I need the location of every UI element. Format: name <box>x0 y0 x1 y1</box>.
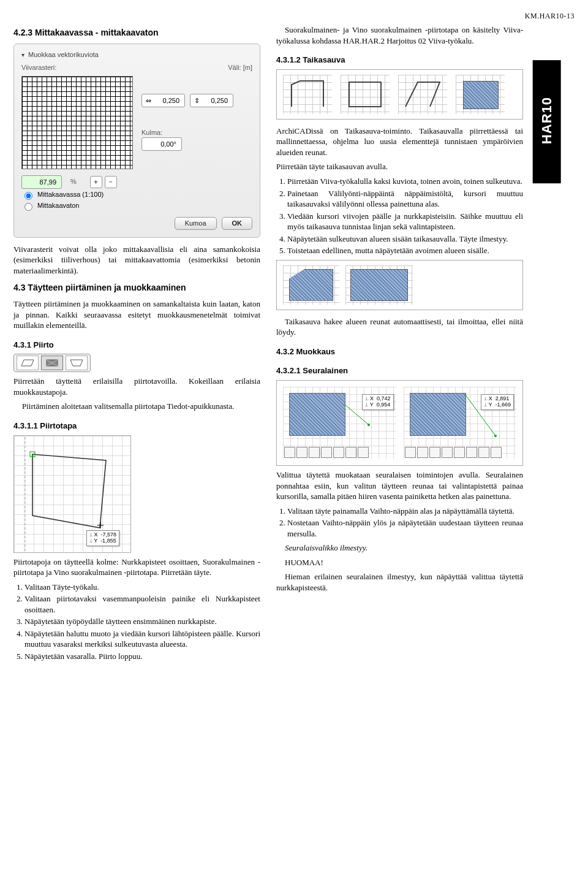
seur-cell-1: ⟂ X 0,742 ⟂ Y 0,954 <box>283 387 396 459</box>
list-item: Painetaan Välilyönti-näppäintä näppäimis… <box>287 188 523 210</box>
list-4321: Valitaan täyte painamalla Vaihto-näppäin… <box>276 506 523 539</box>
mini-btn[interactable] <box>321 447 332 458</box>
fillbtn-2[interactable] <box>41 356 63 370</box>
fill-mode-toolbar <box>13 354 91 372</box>
list-item: Valitaan täyte painamalla Vaihto-näppäin… <box>287 506 523 517</box>
list-item: Toistetaan edellinen, mutta näpäytetään … <box>287 245 523 256</box>
label-vali: Väli: [m] <box>228 63 252 72</box>
para-423: Viivarasterit voivat olla joko mittakaav… <box>13 244 260 276</box>
svg-point-7 <box>494 435 497 437</box>
heading-431: 4.3.1 Piirto <box>13 340 260 351</box>
h-icon: ⇔ <box>146 96 151 105</box>
para-4321b: Seuralaisvalikko ilmestyy. <box>276 542 523 554</box>
radio-unscaled-label: Mittakaavaton <box>37 201 79 210</box>
shape-row-2 <box>276 260 523 310</box>
list-item: Näpäytetään vasaralla. Piirto loppuu. <box>24 651 260 662</box>
para-right-intro: Suorakulmainen- ja Vino suorakulmainen -… <box>276 25 523 46</box>
disclosure-icon[interactable]: ▾ <box>21 51 24 59</box>
para-4321a: Valittua täytettä muokataan seuralaisen … <box>276 470 523 502</box>
mini-toolbar <box>284 447 369 458</box>
para-431b: Piirtäminen aloitetaan valitsemalla piir… <box>13 401 260 412</box>
para-43: Täytteen piirtäminen ja muokkaaminen on … <box>13 299 260 331</box>
angle-field[interactable] <box>141 137 182 151</box>
label-kulma: Kulma: <box>141 128 233 137</box>
percent-input[interactable] <box>26 178 58 186</box>
radio-scaled-label: Mittakaavassa (1:100) <box>37 190 104 199</box>
para-4311a: Piirtotapoja on täytteellä kolme: Nurkka… <box>13 557 260 578</box>
seuralainen-row: ⟂ X 0,742 ⟂ Y 0,954 <box>276 380 523 466</box>
label-viivarasteri: Viivarasteri: <box>21 63 56 72</box>
v-spacing-field[interactable]: ⇕ <box>190 94 233 107</box>
heading-43: 4.3 Täytteen piirtäminen ja muokkaaminen <box>13 282 260 294</box>
list-4312: Piirretään Viiva-työkalulla kaksi kuviot… <box>276 176 523 256</box>
fillbtn-1[interactable] <box>17 356 39 370</box>
heading-423: 4.2.3 Mittakaavassa - mittakaavaton <box>13 27 260 39</box>
v-icon: ⇕ <box>194 96 200 105</box>
list-item: Piirretään Viiva-työkalulla kaksi kuviot… <box>287 176 523 187</box>
percent-unit: % <box>70 177 77 186</box>
fillbtn-3[interactable] <box>66 356 88 370</box>
shape-filled-big <box>345 265 413 305</box>
v-spacing-input[interactable] <box>202 96 229 105</box>
heading-4311: 4.3.1.1 Piirtotapa <box>13 421 260 432</box>
mini-btn[interactable] <box>417 447 428 458</box>
shape-open-trapezoid <box>283 75 332 114</box>
mini-btn[interactable] <box>345 447 356 458</box>
shape-row-1 <box>276 69 523 120</box>
cancel-button[interactable]: Kumoa <box>175 217 217 230</box>
coord-tooltip: ⟂ X 2,891 ⟂ Y -1,669 <box>481 394 514 410</box>
mini-btn[interactable] <box>358 447 369 458</box>
para-4321c: HUOMAA! <box>276 557 523 568</box>
heading-4321: 4.3.2.1 Seuralainen <box>276 365 523 376</box>
coord-tooltip: ⟂ X 0,742 ⟂ Y 0,954 <box>362 394 393 410</box>
list-item: Näpäytetään sulkeutuvan alueen sisään ta… <box>287 234 523 245</box>
doc-code: KM.HAR10-13 <box>13 11 575 21</box>
mini-btn[interactable] <box>491 447 502 458</box>
angle-input[interactable] <box>146 140 178 148</box>
para-431a: Piirretään täytteitä erilaisilla piirtot… <box>13 376 260 397</box>
svg-point-5 <box>368 424 370 426</box>
side-tab: HAR10 <box>533 60 561 183</box>
para-4321d: Hieman erilainen seuralainen ilmestyy, k… <box>276 571 523 593</box>
svg-rect-3 <box>349 82 381 107</box>
mini-btn[interactable] <box>466 447 477 458</box>
panel-title: Muokkaa vektorikuviota <box>28 50 99 59</box>
mini-btn[interactable] <box>454 447 465 458</box>
list-item: Nostetaan Vaihto-näppäin ylös ja näpäyte… <box>287 517 523 539</box>
mini-btn[interactable] <box>309 447 320 458</box>
zoom-out-icon[interactable]: － <box>105 176 117 188</box>
list-item: Näpäytetään työpöydälle täytteen ensimmä… <box>24 616 260 627</box>
list-item: Valitaan Täyte-työkalu. <box>24 582 260 593</box>
mini-btn[interactable] <box>442 447 453 458</box>
mini-btn[interactable] <box>333 447 344 458</box>
ok-button[interactable]: OK <box>222 217 253 230</box>
zoom-in-icon[interactable]: ＋ <box>90 176 102 188</box>
shape-rect <box>341 75 390 114</box>
radio-unscaled[interactable] <box>24 203 32 211</box>
heading-4312: 4.3.1.2 Taikasauva <box>276 55 523 66</box>
shape-filled <box>456 75 505 114</box>
mini-btn[interactable] <box>478 447 489 458</box>
list-item: Valitaan piirtotavaksi vasemmanpuoleisin… <box>24 593 260 615</box>
percent-field[interactable] <box>21 175 62 189</box>
drawing-canvas: ⟂ X -7,578 ⟂ Y -1,855 <box>13 435 131 553</box>
list-item: Näpäytetään haluttu muoto ja viedään kur… <box>24 628 260 650</box>
h-spacing-input[interactable] <box>154 96 181 105</box>
coord-tooltip: ⟂ X -7,578 ⟂ Y -1,855 <box>86 530 119 546</box>
para-4312a: ArchiCADissä on Taikasauva-toiminto. Tai… <box>276 126 523 158</box>
radio-scaled[interactable] <box>24 192 32 200</box>
list-4311: Valitaan Täyte-työkalu. Valitaan piirtot… <box>13 582 260 662</box>
list-item: Viedään kursori viivojen päälle ja nurkk… <box>287 211 523 232</box>
mini-btn[interactable] <box>405 447 416 458</box>
seur-cell-2: ⟂ X 2,891 ⟂ Y -1,669 <box>404 387 517 459</box>
mini-btn[interactable] <box>284 447 295 458</box>
para-4312b: Piirretään täyte taikasauvan avulla. <box>276 161 523 172</box>
para-4312c: Taikasauva hakee alueen reunat automaatt… <box>276 316 523 338</box>
h-spacing-field[interactable]: ⇔ <box>141 94 185 107</box>
shape-skew <box>398 75 447 114</box>
mini-btn[interactable] <box>429 447 440 458</box>
grid-swatch <box>21 76 133 169</box>
vector-grid-panel: ▾ Muokkaa vektorikuviota Viivarasteri: V… <box>13 44 260 238</box>
mini-btn[interactable] <box>296 447 307 458</box>
mini-toolbar <box>405 447 502 458</box>
